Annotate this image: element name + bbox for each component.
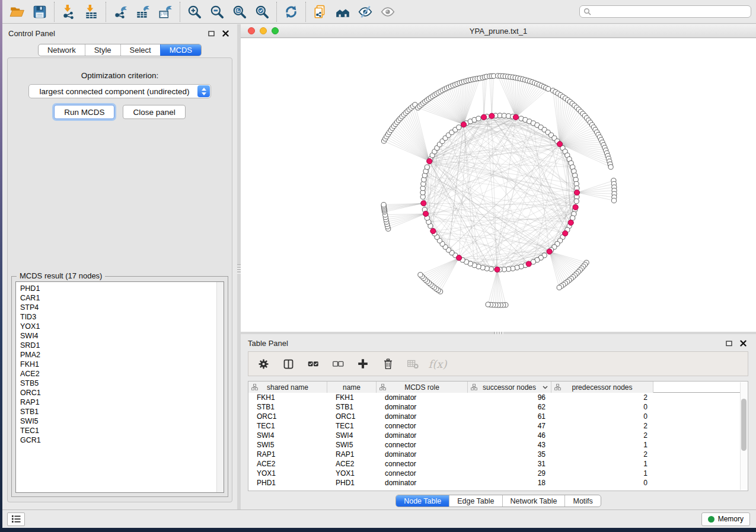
list-icon <box>11 515 21 523</box>
zoom-out-icon <box>209 4 225 20</box>
node-table[interactable]: shared namenameMCDS rolesuccessor nodesp… <box>248 381 748 491</box>
table-row[interactable]: SWI4SWI4dominator462 <box>248 431 748 440</box>
table-row[interactable]: FKH1FKH1dominator962 <box>248 393 748 402</box>
table-row[interactable]: RAP1RAP1dominator352 <box>248 450 748 459</box>
mcds-result-list[interactable]: PHD1CAR1STP4TID3YOX1SWI4SRD1PMA2FKH1ACE2… <box>15 281 224 493</box>
table-row[interactable]: TEC1TEC1connector472 <box>248 421 748 431</box>
mcds-result-item[interactable]: PHD1 <box>20 284 224 293</box>
show-columns-button[interactable] <box>279 355 297 373</box>
memory-button[interactable]: Memory <box>701 512 750 526</box>
network-window: YPA_prune.txt_1 <box>241 24 756 332</box>
criterion-dropdown[interactable]: largest connected component (undirected) <box>28 84 211 98</box>
column-header-shared-name[interactable]: shared name <box>248 382 327 393</box>
task-history-button[interactable] <box>7 512 25 526</box>
mcds-result-item[interactable]: TEC1 <box>20 426 224 435</box>
mcds-result-item[interactable]: SWI4 <box>20 331 224 341</box>
column-header-MCDS-role[interactable]: MCDS role <box>377 382 468 393</box>
close-panel-icon[interactable] <box>740 340 747 347</box>
network-canvas[interactable] <box>241 39 756 332</box>
eye-icon <box>380 4 395 20</box>
create-column-button[interactable] <box>354 355 372 373</box>
tab-network[interactable]: Network <box>39 44 85 56</box>
table-scrollbar[interactable] <box>740 382 748 490</box>
tab-motifs[interactable]: Motifs <box>564 495 600 507</box>
mcds-result-item[interactable]: YOX1 <box>20 322 224 331</box>
mcds-list-scrollbar[interactable] <box>216 282 224 492</box>
search-input[interactable] <box>591 8 751 16</box>
export-network-button[interactable] <box>109 2 132 21</box>
search-box[interactable] <box>579 5 751 18</box>
zoom-out-button[interactable] <box>206 2 228 21</box>
save-session-button[interactable] <box>28 2 51 21</box>
toolbar-separator <box>305 2 306 22</box>
import-table-button[interactable] <box>80 2 103 21</box>
open-session-button[interactable] <box>6 2 28 21</box>
column-header-predecessor-nodes[interactable]: predecessor nodes <box>551 382 653 393</box>
tab-style[interactable]: Style <box>85 44 120 56</box>
zoom-selected-button[interactable] <box>251 2 273 21</box>
table-row[interactable]: YOX1YOX1connector291 <box>248 469 748 478</box>
tab-mcds[interactable]: MCDS <box>160 44 201 56</box>
scrollbar-thumb[interactable] <box>741 399 747 451</box>
table-row[interactable]: ORC1ORC1dominator610 <box>248 412 748 421</box>
column-header-name[interactable]: name <box>327 382 377 393</box>
delete-columns-button[interactable] <box>379 355 397 373</box>
mcds-result-item[interactable]: TID3 <box>20 312 224 322</box>
close-panel-icon[interactable] <box>222 30 229 37</box>
export-image-button[interactable] <box>154 2 177 21</box>
deselect-all-button[interactable] <box>329 355 347 373</box>
mcds-result-item[interactable]: SWI5 <box>20 416 224 426</box>
tab-node-table[interactable]: Node Table <box>396 495 449 507</box>
unchecked-boxes-icon <box>331 357 344 370</box>
table-row[interactable]: STB1STB1dominator620 <box>248 402 748 412</box>
mcds-result-item[interactable]: GCR1 <box>20 435 224 445</box>
float-panel-icon[interactable] <box>208 30 215 37</box>
table-row[interactable]: SWI5SWI5connector431 <box>248 440 748 450</box>
table-row[interactable]: ACE2ACE2connector311 <box>248 459 748 469</box>
mcds-result-item[interactable]: ORC1 <box>20 388 224 398</box>
status-bar: Memory <box>2 509 756 528</box>
mcds-result-item[interactable]: ACE2 <box>20 369 224 379</box>
table-panel: Table Panel <box>241 334 756 509</box>
application-window: Control Panel NetworkStyleSelectMCDS Opt… <box>2 0 756 528</box>
first-neighbors-button[interactable] <box>331 2 354 21</box>
run-mcds-button[interactable]: Run MCDS <box>54 105 114 119</box>
mcds-result-item[interactable]: SRD1 <box>20 341 224 350</box>
close-panel-button[interactable]: Close panel <box>123 105 185 119</box>
show-all-button[interactable] <box>377 2 399 21</box>
dropdown-stepper-icon <box>197 85 210 97</box>
tab-select[interactable]: Select <box>120 44 160 56</box>
float-panel-icon[interactable] <box>726 340 732 347</box>
function-builder-button[interactable]: f(x) <box>429 355 446 373</box>
mcds-result-item[interactable]: CAR1 <box>20 293 224 303</box>
criterion-value: largest connected component (undirected) <box>40 87 200 96</box>
mcds-result-item[interactable]: STP4 <box>20 303 224 312</box>
network-graph[interactable] <box>241 39 756 332</box>
tab-edge-table[interactable]: Edge Table <box>449 495 502 507</box>
zoom-fit-button[interactable] <box>228 2 251 21</box>
mcds-result-item[interactable]: RAP1 <box>20 398 224 407</box>
select-all-button[interactable] <box>304 355 322 373</box>
export-image-icon <box>158 4 173 20</box>
apply-layout-button[interactable] <box>280 2 302 21</box>
zoom-in-button[interactable] <box>183 2 206 21</box>
mcds-result-item[interactable]: PMA2 <box>20 350 224 360</box>
toolbar-separator <box>54 2 55 22</box>
mcds-result-item[interactable]: STB1 <box>20 407 224 416</box>
mcds-result-item[interactable]: FKH1 <box>20 360 224 369</box>
hide-selected-button[interactable] <box>354 2 377 21</box>
column-header-successor-nodes[interactable]: successor nodes <box>468 382 551 393</box>
table-settings-button[interactable] <box>254 355 272 373</box>
network-window-title: YPA_prune.txt_1 <box>241 27 756 36</box>
import-network-button[interactable] <box>58 2 80 21</box>
table-tabbar: Node TableEdge TableNetwork TableMotifs <box>241 495 756 507</box>
network-titlebar[interactable]: YPA_prune.txt_1 <box>241 24 756 38</box>
mcds-result-item[interactable]: STB5 <box>20 379 224 388</box>
network-file-share-button[interactable] <box>309 2 331 21</box>
delete-table-button[interactable] <box>404 355 422 373</box>
tab-network-table[interactable]: Network Table <box>502 495 565 507</box>
table-row[interactable]: PHD1PHD1dominator180 <box>248 478 748 488</box>
export-table-button[interactable] <box>132 2 154 21</box>
table-header-row: shared namenameMCDS rolesuccessor nodesp… <box>248 382 748 393</box>
refresh-layout-icon <box>283 4 299 20</box>
